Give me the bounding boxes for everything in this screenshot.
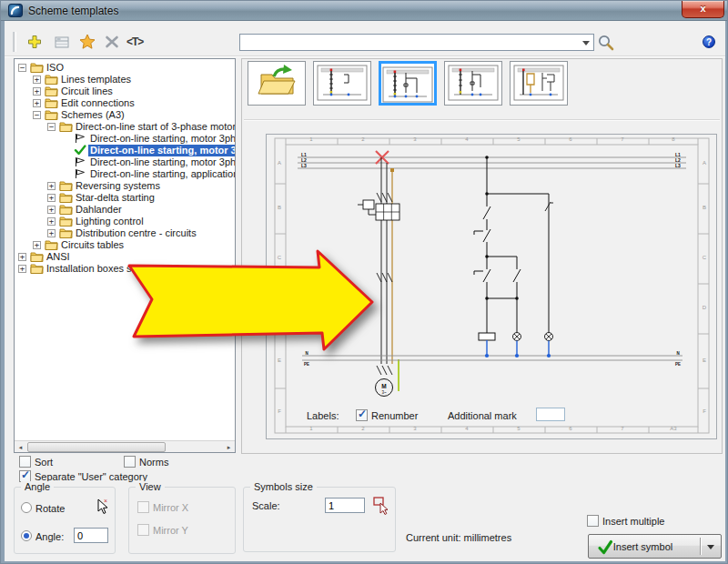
tree-item[interactable]: +Installation boxes schemes (15, 263, 235, 275)
tree-item-label[interactable]: Lighting control (74, 216, 146, 227)
insert-dropdown-icon[interactable] (707, 545, 714, 549)
tree-item-label[interactable]: Direct-on-line start of 3-phase motors (74, 121, 236, 133)
scale-input[interactable] (325, 498, 365, 513)
tree-item[interactable]: +Distribution centre - circuits (15, 227, 235, 239)
favorites-star-icon[interactable] (78, 33, 96, 51)
search-icon[interactable] (597, 34, 615, 52)
rotate-radio[interactable] (21, 502, 32, 513)
tree-toggle-icon[interactable]: + (18, 265, 26, 273)
norms-checkbox[interactable]: ✓ (124, 456, 136, 468)
mirror-y-label: Mirror Y (153, 525, 188, 536)
panel-separator (244, 119, 720, 121)
tree-item[interactable]: +Dahlander (15, 204, 235, 216)
folder-icon (30, 62, 45, 74)
ruler-row-label: B (275, 205, 284, 210)
tree-toggle-icon[interactable]: + (47, 182, 56, 190)
scheme-thumbnail[interactable] (379, 61, 437, 106)
additional-mark-input[interactable] (536, 408, 565, 421)
tree-item[interactable]: +Star-delta starting (15, 192, 235, 204)
tree-toggle-icon[interactable]: + (47, 229, 56, 237)
tree-horizontal-scrollbar[interactable]: ◂ ▸ (15, 440, 235, 452)
new-template-icon[interactable] (25, 33, 44, 51)
tree-item[interactable]: Direct-on-line starting, motor 3ph 1 (15, 133, 235, 145)
close-button[interactable]: x (682, 1, 724, 18)
tree-item[interactable]: +Circuits tables (15, 239, 235, 251)
sort-label[interactable]: Sort (35, 457, 53, 468)
template-tree[interactable]: −ISO+Lines templates+Circuit lines+Edit … (14, 58, 236, 453)
tree-toggle-icon[interactable]: + (33, 99, 41, 107)
tree-item-label[interactable]: Reversing systems (74, 180, 162, 192)
ruler-row-label: D (275, 305, 284, 310)
tree-toggle-icon[interactable]: + (33, 241, 41, 249)
tree-item-label[interactable]: Star-delta starting (74, 192, 157, 204)
chevron-down-icon[interactable] (582, 41, 590, 45)
tree-item-label[interactable]: Circuit lines (59, 86, 115, 97)
folder-icon (45, 97, 59, 109)
toolbar-grip[interactable] (13, 32, 16, 52)
tree-item-label[interactable]: Circuits tables (59, 239, 126, 251)
tree-toggle-icon[interactable]: − (18, 64, 26, 72)
tree-toggle-icon[interactable]: + (47, 194, 56, 202)
tree-toggle-icon[interactable]: + (47, 217, 56, 226)
ruler-column-label: 5 (513, 426, 524, 431)
scheme-thumbnail[interactable] (510, 61, 568, 106)
scrollbar-thumb[interactable] (27, 442, 166, 452)
tree-item-label[interactable]: Schemes (A3) (59, 109, 126, 121)
insert-multiple-label[interactable]: Insert multiple (602, 516, 664, 527)
scroll-right-icon[interactable]: ▸ (223, 441, 235, 453)
tree-toggle-icon[interactable]: − (33, 111, 41, 119)
scheme-thumbnail[interactable] (313, 61, 371, 106)
renumber-label[interactable]: Renumber (371, 410, 418, 421)
tree-item-label[interactable]: ANSI (45, 251, 72, 263)
check-icon (74, 145, 88, 156)
tree-item-label[interactable]: Distribution centre - circuits (74, 227, 198, 239)
tree-item[interactable]: Direct-on-line starting, application on … (15, 168, 235, 180)
insert-multiple-checkbox[interactable]: ✓ (587, 515, 599, 527)
tree-item[interactable]: Direct-on-line starting, motor 3ph 2 (15, 145, 235, 156)
tree-item[interactable]: +Edit connections (15, 97, 235, 109)
sort-checkbox[interactable]: ✓ (19, 456, 31, 468)
tree-item-label[interactable]: ISO (45, 62, 66, 74)
tree-item[interactable]: +Reversing systems (15, 180, 235, 192)
view-mode-icon[interactable] (53, 33, 71, 51)
tree-toggle-icon[interactable]: + (18, 253, 26, 261)
scheme-thumbnail[interactable] (444, 61, 502, 106)
tree-item[interactable]: +Circuit lines (15, 86, 235, 97)
tree-item[interactable]: −Schemes (A3) (15, 109, 235, 121)
tree-item-label[interactable]: Direct-on-line starting, motor 3ph 3 (88, 156, 236, 168)
tree-item-label[interactable]: Edit connections (59, 97, 136, 109)
tree-item-label[interactable]: Dahlander (74, 204, 124, 216)
tree-toggle-icon[interactable]: + (33, 87, 41, 96)
tree-item[interactable]: Direct-on-line starting, motor 3ph 3 (15, 156, 235, 168)
tree-item[interactable]: +Lines templates (15, 74, 235, 86)
tree-item[interactable]: −Direct-on-line start of 3-phase motors (15, 121, 235, 133)
angle-input[interactable] (74, 528, 108, 543)
delete-icon[interactable] (103, 33, 121, 51)
tree-item[interactable]: +ANSI (15, 251, 235, 263)
ruler-column-label: 3 (410, 426, 420, 431)
angle-radio[interactable] (21, 530, 32, 541)
insert-symbol-button[interactable]: Insert symbol (588, 534, 722, 559)
angle-label[interactable]: Angle: (35, 531, 64, 542)
tree-item-label[interactable]: Direct-on-line starting, application on … (88, 168, 236, 180)
tree-toggle-icon[interactable]: + (47, 206, 56, 214)
rotate-label[interactable]: Rotate (35, 503, 65, 514)
tree-toggle-icon[interactable]: − (47, 123, 56, 131)
tree-item-label[interactable]: Direct-on-line starting, motor 3ph 2 (88, 145, 236, 156)
tree-toggle-icon[interactable]: + (33, 76, 41, 84)
folder-icon (59, 121, 74, 133)
search-input[interactable] (242, 35, 577, 49)
tree-item[interactable]: −ISO (15, 62, 235, 74)
open-folder-button[interactable] (248, 61, 306, 106)
help-icon[interactable]: ? (703, 35, 715, 48)
renumber-checkbox[interactable]: ✓ (356, 409, 368, 421)
search-combobox[interactable] (239, 34, 594, 51)
tree-item[interactable]: +Lighting control (15, 216, 235, 227)
tree-item-label[interactable]: Direct-on-line starting, motor 3ph 1 (88, 133, 236, 145)
tree-item-label[interactable]: Installation boxes schemes (45, 263, 168, 275)
scroll-left-icon[interactable]: ◂ (15, 441, 26, 453)
norms-label[interactable]: Norms (139, 457, 168, 468)
title-bar[interactable]: Scheme templates x (1, 1, 728, 21)
text-symbol-icon[interactable]: <T> (126, 35, 143, 48)
tree-item-label[interactable]: Lines templates (59, 74, 133, 86)
